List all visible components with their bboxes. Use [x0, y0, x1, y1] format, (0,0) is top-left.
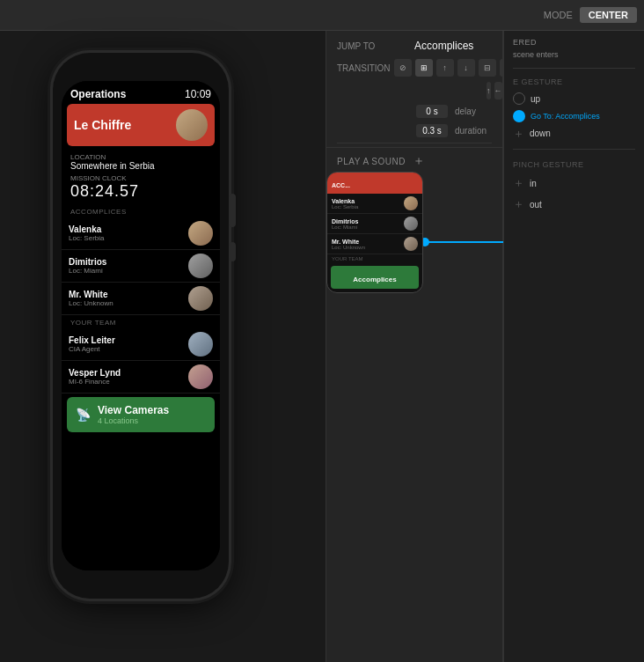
pinch-gesture-section: PINCH GESTURE ＋ in ＋ out	[504, 155, 644, 220]
pinch-in-item[interactable]: ＋ in	[513, 173, 635, 194]
triggered-label: ERED	[504, 31, 644, 50]
goto-accomplices-item[interactable]: Go To: Accomplices	[513, 107, 635, 125]
jump-to-row: JUMP TO Accomplices	[326, 31, 502, 52]
watch-time: 10:09	[185, 88, 211, 100]
accomplices-header: ACCOMPLICES	[62, 204, 220, 217]
center-button[interactable]: CENTER	[580, 7, 637, 23]
plus-out-icon: ＋	[513, 196, 524, 212]
mini-watch-header: ACC...	[327, 173, 422, 194]
list-item[interactable]: Mr. White Loc: Unknown	[62, 283, 220, 315]
mode-label: MODE	[544, 10, 573, 20]
mini-your-team: YOUR TEAM	[327, 254, 422, 263]
arrow-up[interactable]: ↑	[487, 82, 491, 99]
list-item[interactable]: Dimitrios Loc: Miami	[62, 250, 220, 283]
wifi-icon: 📡	[76, 408, 91, 422]
duration-row: 0.3 s duration	[326, 122, 502, 139]
active-indicator	[513, 110, 525, 122]
gesture-item-up[interactable]: up	[513, 90, 635, 107]
mini-avatar-1	[404, 217, 418, 231]
cameras-button[interactable]: 📡 View Cameras 4 Locations	[67, 397, 215, 432]
accomplice-name-1: Dimitrios	[69, 257, 106, 267]
up-indicator	[513, 92, 525, 105]
mini-name-2: Mr. White	[332, 239, 365, 245]
hero-avatar	[176, 109, 208, 141]
arrow-left[interactable]: ←	[494, 82, 502, 99]
accomplice-avatar-1	[188, 254, 213, 278]
hero-name: Le Chiffre	[74, 118, 131, 132]
jump-to-value[interactable]: Accomplices	[414, 40, 473, 52]
accomplice-loc-0: Loc: Serbia	[69, 234, 104, 242]
mission-clock-label: Mission Clock	[70, 174, 211, 182]
mini-accomplices-btn[interactable]: Accomplices	[331, 266, 419, 289]
watch-body: Operations 10:09 Le Chiffre Location Som…	[53, 53, 229, 599]
duration-value[interactable]: 0.3 s	[416, 124, 448, 137]
scene-enters-label: scene enters	[504, 50, 644, 64]
watch-crown	[229, 194, 236, 227]
transition-icon-2[interactable]: ↑	[436, 59, 454, 77]
location-section: Location Somewhere in Serbia	[62, 150, 220, 173]
mini-row-0: Valenka Loc: Serbia	[327, 194, 422, 214]
plus-down-icon: ＋	[513, 128, 524, 139]
mini-avatar-2	[404, 237, 418, 251]
location-label: Location	[70, 153, 211, 161]
top-bar: MODE CENTER	[0, 0, 644, 31]
mission-clock-value: 08:24.57	[70, 182, 211, 201]
delay-label: delay	[455, 107, 476, 116]
watch-side-button	[229, 242, 236, 261]
mini-row-2: Mr. White Loc: Unknown	[327, 234, 422, 254]
app-title: Operations	[70, 88, 126, 100]
team-name-1: Vesper Lynd	[69, 368, 121, 378]
transition-icon-0[interactable]: ⊘	[394, 59, 412, 77]
swipe-gesture-section: E GESTURE up Go To: Accomplices ＋ down	[504, 72, 644, 143]
watch-header: Operations 10:09	[62, 81, 220, 104]
mini-accomplices-label: Accomplices	[353, 276, 396, 283]
cameras-sub: 4 Locations	[98, 416, 169, 425]
mini-loc-2: Loc: Unknown	[332, 245, 365, 250]
team-role-0: CIA Agent	[69, 345, 115, 353]
right-panel: ERED scene enters E GESTURE up Go To: Ac…	[503, 31, 644, 662]
pinch-gesture-title: PINCH GESTURE	[513, 160, 635, 169]
arrows-row: ↑ ← → ↓	[326, 82, 502, 103]
mini-loc-0: Loc: Serbia	[332, 204, 358, 210]
list-item[interactable]: Felix Leiter CIA Agent	[62, 328, 220, 361]
transition-icon-4[interactable]: ⊟	[479, 59, 496, 77]
play-sound-label: PLAY A SOUND	[337, 157, 406, 166]
transition-icon-1[interactable]: ⊞	[415, 59, 433, 77]
accomplice-name-0: Valenka	[69, 224, 104, 234]
team-avatar-1	[188, 364, 213, 389]
watch-screen: Operations 10:09 Le Chiffre Location Som…	[62, 81, 220, 570]
team-name-0: Felix Leiter	[69, 335, 115, 345]
accomplice-loc-2: Loc: Unknown	[69, 299, 113, 307]
pinch-out-label: out	[530, 200, 542, 210]
mini-acc-label: ACC...	[332, 182, 350, 188]
center-panel: JUMP TO Accomplices TRANSITION ⊘ ⊞ ↑ ↓ ⊟…	[326, 31, 503, 662]
mini-name-0: Valenka	[332, 198, 358, 204]
transition-icon-3[interactable]: ↓	[457, 59, 475, 77]
team-role-1: MI-6 Finance	[69, 378, 121, 386]
accomplice-loc-1: Loc: Miami	[69, 267, 106, 275]
team-avatar-0	[188, 332, 213, 357]
gesture-item-down[interactable]: ＋ down	[513, 125, 635, 142]
up-label: up	[531, 94, 540, 104]
delay-row: 0 s delay	[326, 103, 502, 120]
swipe-gesture-title: E GESTURE	[513, 77, 635, 86]
mini-watch-panel: ACC... Valenka Loc: Serbia Dimitrios Loc…	[326, 172, 423, 293]
add-sound-icon[interactable]: ＋	[413, 153, 425, 169]
mini-avatar-0	[404, 196, 418, 210]
accomplice-avatar-2	[188, 286, 213, 311]
watch-content: Operations 10:09 Le Chiffre Location Som…	[62, 81, 220, 570]
pinch-out-item[interactable]: ＋ out	[513, 194, 635, 215]
hero-card[interactable]: Le Chiffre	[67, 104, 215, 146]
list-item[interactable]: Vesper Lynd MI-6 Finance	[62, 361, 220, 394]
down-label: down	[530, 129, 551, 138]
mini-name-1: Dimitrios	[332, 218, 358, 224]
transition-label: TRANSITION	[337, 63, 391, 73]
accomplice-avatar-0	[188, 221, 213, 246]
duration-label: duration	[455, 126, 487, 136]
location-value: Somewhere in Serbia	[70, 161, 211, 171]
delay-value[interactable]: 0 s	[416, 105, 448, 118]
pinch-in-label: in	[530, 179, 537, 188]
play-sound-row[interactable]: PLAY A SOUND ＋	[326, 147, 502, 174]
list-item[interactable]: Valenka Loc: Serbia	[62, 217, 220, 250]
plus-in-icon: ＋	[513, 175, 524, 191]
